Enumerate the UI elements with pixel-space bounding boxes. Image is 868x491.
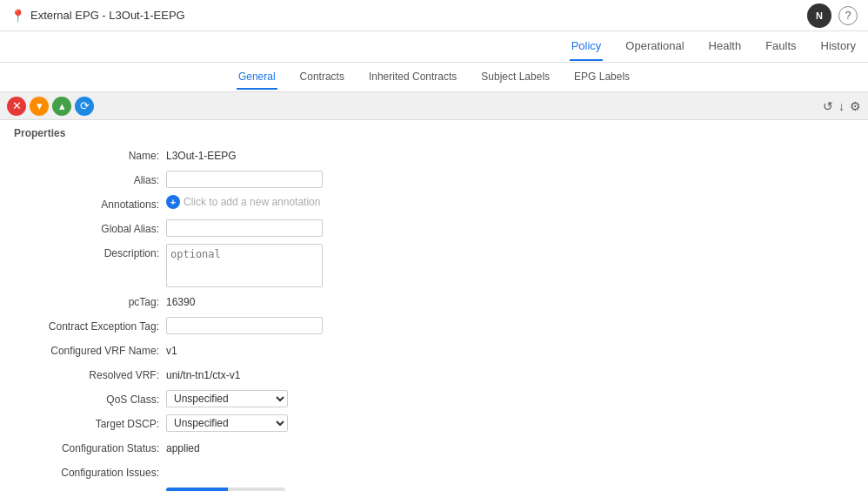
refresh-button[interactable]: ⟳ (75, 97, 94, 116)
label-config-status: Configuration Status: (14, 439, 166, 458)
value-pctag: 16390 (166, 293, 195, 312)
up-button[interactable]: ▴ (52, 97, 71, 116)
tab-subject-labels[interactable]: Subject Labels (479, 65, 551, 90)
toolbar-left: ✕ ▾ ▴ ⟳ (7, 97, 94, 116)
field-config-status: Configuration Status: applied (14, 439, 854, 458)
input-alias[interactable] (166, 171, 323, 188)
tab-faults[interactable]: Faults (764, 32, 798, 61)
preferred-group-toggle: Exclude Include (166, 488, 285, 491)
select-target-dscp[interactable]: Unspecified (166, 414, 288, 432)
section-properties: Properties (14, 127, 854, 139)
down-button[interactable]: ▾ (30, 97, 49, 116)
user-avatar[interactable]: N (807, 3, 831, 28)
value-name: L3Out-1-EEPG (166, 146, 237, 165)
toggle-include[interactable]: Include (228, 488, 286, 491)
label-qos-class: QoS Class: (14, 390, 166, 409)
toolbar: ✕ ▾ ▴ ⟳ ↺ ↓ ⚙ (0, 92, 868, 120)
value-configured-vrf: v1 (166, 341, 177, 360)
nav-tabs-top: Policy Operational Health Faults History (0, 31, 868, 63)
label-annotations: Annotations: (14, 195, 166, 214)
select-qos-class[interactable]: Unspecified (166, 390, 288, 407)
reset-icon[interactable]: ↺ (823, 99, 833, 113)
field-target-dscp: Target DSCP: Unspecified (14, 414, 854, 434)
label-pctag: pcTag: (14, 293, 166, 312)
main-content: Properties Name: L3Out-1-EEPG Alias: Ann… (0, 120, 868, 491)
label-preferred-group: Preferred Group Member: (14, 488, 166, 491)
field-qos-class: QoS Class: Unspecified (14, 390, 854, 409)
field-configured-vrf: Configured VRF Name: v1 (14, 341, 854, 360)
tab-operational[interactable]: Operational (624, 32, 685, 61)
nav-tabs-second: General Contracts Inherited Contracts Su… (0, 63, 868, 92)
tab-inherited-contracts[interactable]: Inherited Contracts (367, 65, 458, 90)
pin-icon: 📍 (10, 9, 25, 23)
annotation-add[interactable]: + Click to add a new annotation (166, 195, 320, 209)
field-resolved-vrf: Resolved VRF: uni/tn-tn1/ctx-v1 (14, 366, 854, 385)
field-annotations: Annotations: + Click to add a new annota… (14, 195, 854, 214)
tab-contracts[interactable]: Contracts (298, 65, 346, 90)
field-pctag: pcTag: 16390 (14, 293, 854, 312)
field-preferred-group: Preferred Group Member: Exclude Include (14, 488, 854, 491)
field-contract-exception: Contract Exception Tag: (14, 317, 854, 336)
label-resolved-vrf: Resolved VRF: (14, 366, 166, 385)
top-bar-right: N ? (807, 3, 858, 28)
page-title: External EPG - L3Out-1-EEPG (30, 9, 185, 22)
field-alias: Alias: (14, 171, 854, 190)
help-icon[interactable]: ? (838, 6, 858, 25)
label-config-issues: Configuration Issues: (14, 463, 166, 482)
field-name: Name: L3Out-1-EEPG (14, 146, 854, 165)
field-description: Description: (14, 244, 854, 287)
input-contract-exception[interactable] (166, 317, 323, 334)
field-global-alias: Global Alias: (14, 219, 854, 239)
label-name: Name: (14, 146, 166, 165)
tab-epg-labels[interactable]: EPG Labels (572, 65, 631, 90)
label-description: Description: (14, 244, 166, 263)
plus-icon: + (166, 195, 180, 209)
value-config-status: applied (166, 439, 200, 458)
close-button[interactable]: ✕ (7, 97, 26, 116)
tab-general[interactable]: General (237, 65, 277, 90)
annotation-placeholder: Click to add a new annotation (184, 196, 320, 208)
label-alias: Alias: (14, 171, 166, 190)
toggle-exclude[interactable]: Exclude (166, 488, 228, 491)
settings-icon[interactable]: ⚙ (850, 99, 861, 113)
input-description[interactable] (166, 244, 323, 287)
top-bar: 📍 External EPG - L3Out-1-EEPG N ? (0, 0, 868, 31)
tab-history[interactable]: History (819, 32, 858, 61)
label-target-dscp: Target DSCP: (14, 414, 166, 434)
toolbar-right: ↺ ↓ ⚙ (823, 99, 861, 113)
label-configured-vrf: Configured VRF Name: (14, 341, 166, 360)
download-icon[interactable]: ↓ (838, 99, 845, 113)
label-contract-exception: Contract Exception Tag: (14, 317, 166, 336)
tab-health[interactable]: Health (707, 32, 744, 61)
input-global-alias[interactable] (166, 219, 323, 237)
top-bar-left: 📍 External EPG - L3Out-1-EEPG (10, 9, 185, 23)
field-config-issues: Configuration Issues: (14, 463, 854, 482)
value-resolved-vrf: uni/tn-tn1/ctx-v1 (166, 366, 240, 385)
tab-policy[interactable]: Policy (570, 32, 604, 61)
label-global-alias: Global Alias: (14, 219, 166, 239)
